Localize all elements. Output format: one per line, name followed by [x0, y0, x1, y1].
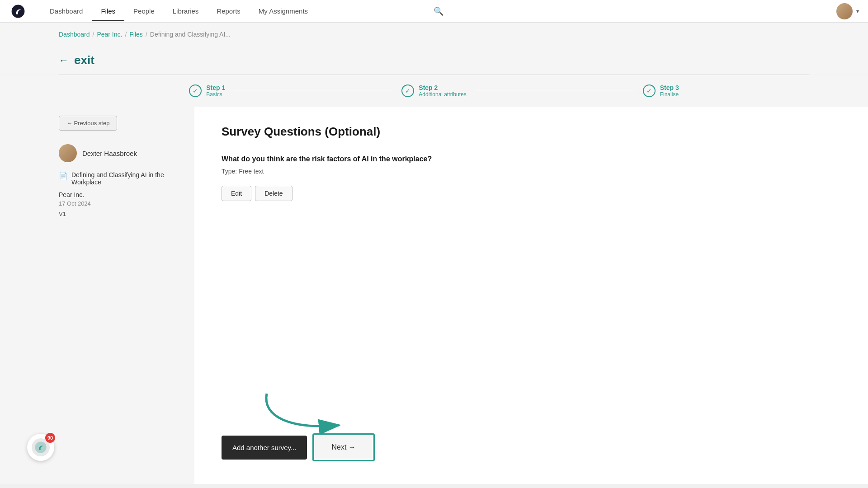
step-2-name: Step 2: [419, 84, 466, 91]
file-icon: 📄: [59, 172, 68, 180]
step-2-sub: Additional attributes: [419, 91, 466, 98]
notification-count: 90: [45, 433, 55, 443]
logo[interactable]: [9, 2, 27, 20]
step-2: ✓ Step 2 Additional attributes: [401, 84, 466, 98]
step-1-check-icon: ✓: [189, 84, 202, 97]
previous-step-button[interactable]: ← Previous step: [59, 116, 117, 131]
exit-label[interactable]: exit: [74, 53, 94, 67]
step-3-name: Step 3: [660, 84, 679, 91]
sidebar: ← Previous step Dexter Haasbroek 📄 Defin…: [0, 107, 194, 484]
step-3-check-icon: ✓: [643, 84, 656, 97]
org-name: Pear Inc.: [59, 191, 181, 198]
breadcrumb-org[interactable]: Pear Inc.: [97, 31, 122, 38]
nav-files[interactable]: Files: [92, 1, 124, 21]
add-survey-button[interactable]: Add another survey...: [222, 436, 307, 460]
main-layout: ← Previous step Dexter Haasbroek 📄 Defin…: [0, 107, 868, 484]
breadcrumb-current: Defining and Classifying AI...: [150, 31, 231, 38]
action-buttons: Edit Delete: [222, 186, 841, 201]
nav-links: Dashboard Files People Libraries Reports…: [41, 1, 431, 21]
next-button[interactable]: Next →: [315, 436, 372, 459]
file-info: 📄 Defining and Classifying AI in the Wor…: [59, 171, 181, 217]
step-3-sub: Finalise: [660, 91, 679, 98]
step-connector-1: [234, 91, 392, 91]
breadcrumb: Dashboard / Pear Inc. / Files / Defining…: [0, 23, 868, 46]
step-2-check-icon: ✓: [401, 84, 414, 97]
step-3-info: Step 3 Finalise: [660, 84, 679, 98]
chevron-down-icon[interactable]: ▾: [856, 8, 859, 14]
step-1: ✓ Step 1 Basics: [189, 84, 225, 98]
user-avatar-sidebar: [59, 144, 77, 162]
user-avatar[interactable]: [836, 3, 853, 19]
breadcrumb-sep-3: /: [146, 31, 147, 38]
search-icon[interactable]: 🔍: [431, 4, 446, 19]
breadcrumb-files[interactable]: Files: [129, 31, 143, 38]
nav-reports[interactable]: Reports: [208, 1, 250, 21]
breadcrumb-sep-2: /: [125, 31, 127, 38]
exit-header: ← exit: [0, 46, 868, 75]
file-name: 📄 Defining and Classifying AI in the Wor…: [59, 171, 181, 186]
step-1-name: Step 1: [206, 84, 225, 91]
notification-badge[interactable]: 90: [27, 434, 54, 461]
step-3: ✓ Step 3 Finalise: [643, 84, 679, 98]
navbar: Dashboard Files People Libraries Reports…: [0, 0, 868, 23]
nav-my-assignments[interactable]: My Assignments: [250, 1, 317, 21]
file-name-text: Defining and Classifying AI in the Workp…: [71, 171, 181, 186]
nav-libraries[interactable]: Libraries: [164, 1, 208, 21]
nav-people[interactable]: People: [124, 1, 164, 21]
user-info: Dexter Haasbroek: [59, 144, 181, 162]
user-name: Dexter Haasbroek: [82, 150, 137, 157]
step-1-info: Step 1 Basics: [206, 84, 225, 98]
step-1-sub: Basics: [206, 91, 225, 98]
steps-bar: ✓ Step 1 Basics ✓ Step 2 Additional attr…: [0, 75, 868, 107]
question-text: What do you think are the risk factors o…: [222, 155, 841, 163]
back-arrow-icon[interactable]: ←: [59, 55, 69, 66]
breadcrumb-sep-1: /: [93, 31, 94, 38]
content-title: Survey Questions (Optional): [222, 125, 841, 139]
nav-dashboard[interactable]: Dashboard: [41, 1, 92, 21]
file-version: V1: [59, 211, 181, 217]
breadcrumb-dashboard[interactable]: Dashboard: [59, 31, 90, 38]
edit-button[interactable]: Edit: [222, 186, 251, 201]
file-date: 17 Oct 2024: [59, 200, 181, 207]
content-area: Survey Questions (Optional) What do you …: [194, 107, 868, 484]
step-2-info: Step 2 Additional attributes: [419, 84, 466, 98]
next-button-wrapper: Next →: [312, 433, 374, 461]
delete-button[interactable]: Delete: [255, 186, 292, 201]
bottom-buttons: Add another survey... Next →: [222, 433, 375, 461]
question-type: Type: Free text: [222, 168, 841, 175]
step-connector-2: [476, 91, 634, 91]
